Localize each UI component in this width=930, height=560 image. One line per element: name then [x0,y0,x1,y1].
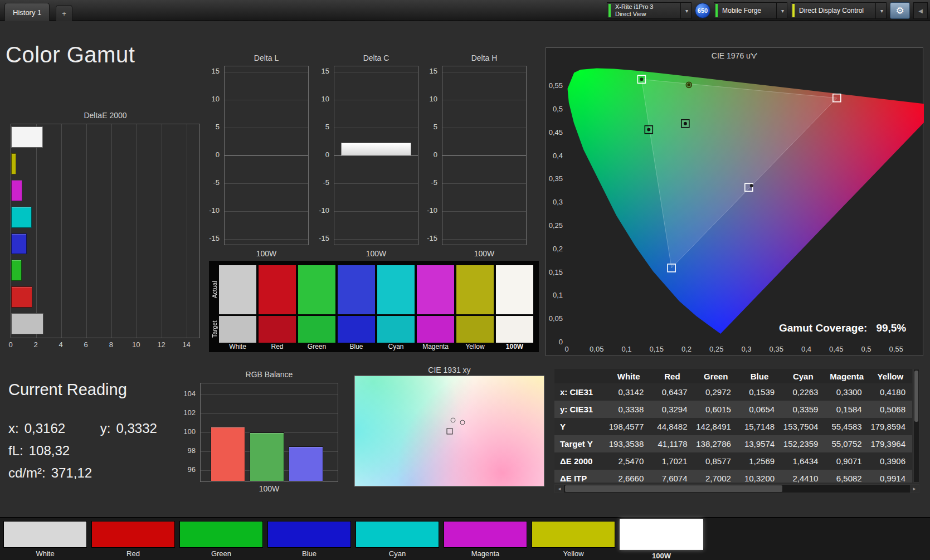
patch-button-cyan[interactable]: Cyan [356,521,439,558]
add-tab-button[interactable]: + [56,5,72,21]
patch-button-100w[interactable]: 100W [620,519,703,560]
patch-button-yellow[interactable]: Yellow [532,521,615,558]
gridline [36,124,37,338]
axis-tick-label: 0,15 [650,345,664,353]
patch-chip [3,521,87,548]
table-cell: 0,3294 [650,401,694,418]
patch-button-green[interactable]: Green [179,521,263,558]
table-cell: 0,2972 [694,383,738,401]
patch-button-red[interactable]: Red [91,521,175,558]
meter-reading-badge[interactable]: 650 [695,3,710,18]
row-label: ΔE 2000 [554,452,607,470]
axis-tick-label: 5 [325,123,329,131]
delta-l-y-axis: 151050-5-10-15 [203,66,222,245]
add-icon: + [62,9,66,18]
swatch-label: White [219,343,256,350]
table-vertical-scrollbar[interactable] [913,369,919,483]
axis-tick-label: 0 [564,345,568,353]
axis-tick-label: 0,1 [621,345,631,353]
patch-button-magenta[interactable]: Magenta [444,521,527,558]
table-cell: 44,8482 [650,418,694,435]
table-row: y: CIE310,33380,32940,60150,06540,33590,… [554,401,912,418]
gridline [225,183,308,184]
swatch-column-green: Green [298,261,335,352]
table-cell: 6,5082 [825,470,868,483]
patch-button-blue[interactable]: Blue [267,521,351,558]
patch-button-white[interactable]: White [3,521,87,558]
table-cell: 0,9071 [825,452,868,470]
rgb-balance-chart [200,383,338,482]
target-row-label: Target [211,316,218,343]
swatch-column-red: Red [259,261,296,352]
scrollbar-thumb[interactable] [914,371,918,422]
axis-tick-label: 12 [157,340,165,349]
gear-icon: ⚙ [895,5,904,17]
axis-tick-label: 104 [183,389,196,398]
gridline [334,72,418,72]
patch-label: White [3,549,87,558]
delta-l-chart-title: Delta L [224,53,309,62]
source-dropdown[interactable]: Mobile Forge ▾ [714,2,787,19]
yellow-measured-marker [687,83,690,86]
axis-tick-label: 0,1 [553,291,563,299]
gamut-coverage-label: Gamut Coverage: [779,322,867,334]
patch-chip [444,521,527,548]
swatch-label: Red [259,343,296,350]
deltae-bar-green [11,260,22,281]
swatch-column-blue: Blue [338,261,375,352]
gridline [225,128,308,128]
axis-tick-label: 0,15 [549,268,563,276]
table-horizontal-scrollbar[interactable]: ◄ ► [554,484,919,493]
axis-tick-label: 0 [8,340,12,349]
table-cell: 1,7021 [650,452,694,470]
axis-tick-label: 8 [109,340,113,349]
table-cell: 2,6660 [607,470,650,483]
gridline [187,124,187,338]
swatch-column-magenta: Magenta [417,261,454,352]
gridline [201,395,338,395]
axis-tick-label: 10 [430,95,437,103]
actual-swatch [259,265,296,314]
swatch-label: Yellow [456,343,494,350]
target-swatch [417,316,454,343]
swatch-label: Blue [338,343,375,350]
collapse-icon: ◀ [918,8,923,14]
axis-tick-label: -10 [209,206,220,215]
axis-tick-label: 15 [322,67,329,75]
measurement-table-grid: WhiteRedGreenBlueCyanMagentaYellowx: CIE… [554,369,912,483]
meter-dropdown[interactable]: X-Rite i1Pro 3 Direct View ▾ [607,2,692,19]
cie1931-chart-title: CIE 1931 xy [354,366,544,374]
scroll-right-icon[interactable]: ► [910,485,919,493]
table-cell: 15,7148 [738,418,781,435]
scroll-left-icon[interactable]: ◄ [555,485,564,493]
axis-tick-label: -15 [319,234,329,242]
deltae-bar-white [11,126,43,148]
axis-tick-label: 5 [216,123,220,131]
history-tab[interactable]: History 1 [4,3,50,21]
table-header: Magenta [825,369,868,383]
settings-button[interactable]: ⚙ [890,2,910,19]
reading-cd-value: 371,12 [51,465,92,480]
patch-chip [91,521,175,548]
reading-x-value: 0,3162 [25,421,65,436]
scrollbar-thumb[interactable] [565,485,782,492]
table-cell: 0,3359 [781,401,825,418]
current-reading-cdm2: cd/m²:371,12 [8,465,92,481]
axis-tick-label: 0,35 [770,345,783,353]
delta-h-y-axis: 151050-5-10-15 [421,66,440,245]
axis-tick-label: 6 [84,340,88,349]
table-cell: 55,0752 [825,435,868,452]
table-cell: 2,4410 [781,470,825,483]
scrollbar-track[interactable] [564,485,910,493]
display-control-dropdown[interactable]: Direct Display Control ▾ [791,2,887,19]
target-swatch [338,316,375,343]
axis-tick-label: 2 [33,340,37,349]
row-label: Y [554,418,607,435]
cie1976-diagram: 00,050,10,150,20,250,30,350,40,450,50,55… [546,48,924,357]
table-cell: 0,1584 [825,401,868,418]
actual-swatch [338,265,375,314]
gridline [111,124,112,338]
gridline [334,100,418,100]
deltae2000-chart [11,124,200,338]
collapse-panel-button[interactable]: ◀ [913,2,928,19]
